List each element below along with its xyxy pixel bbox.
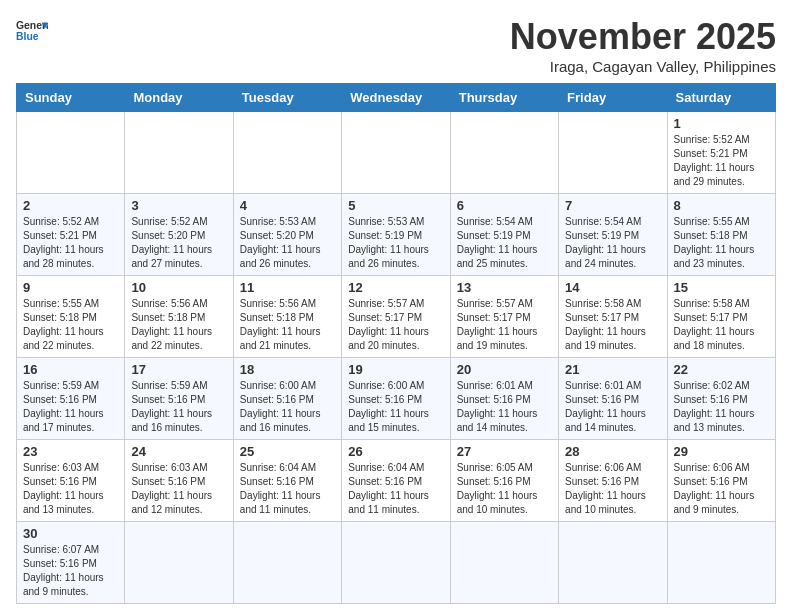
day-number: 18	[240, 362, 335, 377]
calendar-cell: 7Sunrise: 5:54 AMSunset: 5:19 PMDaylight…	[559, 194, 667, 276]
calendar-cell: 24Sunrise: 6:03 AMSunset: 5:16 PMDayligh…	[125, 440, 233, 522]
calendar-cell: 3Sunrise: 5:52 AMSunset: 5:20 PMDaylight…	[125, 194, 233, 276]
column-header-friday: Friday	[559, 84, 667, 112]
cell-content: Sunrise: 6:06 AMSunset: 5:16 PMDaylight:…	[565, 461, 660, 517]
cell-content: Sunrise: 5:54 AMSunset: 5:19 PMDaylight:…	[457, 215, 552, 271]
calendar-cell: 18Sunrise: 6:00 AMSunset: 5:16 PMDayligh…	[233, 358, 341, 440]
calendar-cell: 21Sunrise: 6:01 AMSunset: 5:16 PMDayligh…	[559, 358, 667, 440]
cell-content: Sunrise: 5:55 AMSunset: 5:18 PMDaylight:…	[23, 297, 118, 353]
calendar-cell: 10Sunrise: 5:56 AMSunset: 5:18 PMDayligh…	[125, 276, 233, 358]
day-number: 21	[565, 362, 660, 377]
calendar-week-4: 16Sunrise: 5:59 AMSunset: 5:16 PMDayligh…	[17, 358, 776, 440]
logo: General Blue	[16, 16, 48, 48]
cell-content: Sunrise: 6:07 AMSunset: 5:16 PMDaylight:…	[23, 543, 118, 599]
calendar-cell: 13Sunrise: 5:57 AMSunset: 5:17 PMDayligh…	[450, 276, 558, 358]
day-number: 24	[131, 444, 226, 459]
cell-content: Sunrise: 5:56 AMSunset: 5:18 PMDaylight:…	[240, 297, 335, 353]
cell-content: Sunrise: 5:59 AMSunset: 5:16 PMDaylight:…	[23, 379, 118, 435]
cell-content: Sunrise: 6:05 AMSunset: 5:16 PMDaylight:…	[457, 461, 552, 517]
calendar-cell	[233, 112, 341, 194]
location-title: Iraga, Cagayan Valley, Philippines	[510, 58, 776, 75]
day-number: 7	[565, 198, 660, 213]
calendar-week-5: 23Sunrise: 6:03 AMSunset: 5:16 PMDayligh…	[17, 440, 776, 522]
calendar-cell: 5Sunrise: 5:53 AMSunset: 5:19 PMDaylight…	[342, 194, 450, 276]
calendar-cell: 30Sunrise: 6:07 AMSunset: 5:16 PMDayligh…	[17, 522, 125, 604]
cell-content: Sunrise: 6:06 AMSunset: 5:16 PMDaylight:…	[674, 461, 769, 517]
calendar-cell	[450, 522, 558, 604]
day-number: 17	[131, 362, 226, 377]
day-number: 5	[348, 198, 443, 213]
calendar-cell	[559, 522, 667, 604]
calendar-cell: 1Sunrise: 5:52 AMSunset: 5:21 PMDaylight…	[667, 112, 775, 194]
calendar-table: SundayMondayTuesdayWednesdayThursdayFrid…	[16, 83, 776, 604]
cell-content: Sunrise: 6:00 AMSunset: 5:16 PMDaylight:…	[240, 379, 335, 435]
day-number: 9	[23, 280, 118, 295]
cell-content: Sunrise: 5:52 AMSunset: 5:21 PMDaylight:…	[674, 133, 769, 189]
calendar-cell: 8Sunrise: 5:55 AMSunset: 5:18 PMDaylight…	[667, 194, 775, 276]
calendar-cell	[17, 112, 125, 194]
calendar-cell: 29Sunrise: 6:06 AMSunset: 5:16 PMDayligh…	[667, 440, 775, 522]
calendar-cell	[125, 112, 233, 194]
day-number: 8	[674, 198, 769, 213]
day-number: 3	[131, 198, 226, 213]
cell-content: Sunrise: 6:03 AMSunset: 5:16 PMDaylight:…	[131, 461, 226, 517]
cell-content: Sunrise: 5:57 AMSunset: 5:17 PMDaylight:…	[457, 297, 552, 353]
cell-content: Sunrise: 5:53 AMSunset: 5:20 PMDaylight:…	[240, 215, 335, 271]
cell-content: Sunrise: 5:55 AMSunset: 5:18 PMDaylight:…	[674, 215, 769, 271]
calendar-cell: 2Sunrise: 5:52 AMSunset: 5:21 PMDaylight…	[17, 194, 125, 276]
day-number: 2	[23, 198, 118, 213]
cell-content: Sunrise: 5:58 AMSunset: 5:17 PMDaylight:…	[674, 297, 769, 353]
day-number: 23	[23, 444, 118, 459]
title-area: November 2025 Iraga, Cagayan Valley, Phi…	[510, 16, 776, 75]
calendar-cell: 28Sunrise: 6:06 AMSunset: 5:16 PMDayligh…	[559, 440, 667, 522]
calendar-cell	[233, 522, 341, 604]
calendar-cell: 20Sunrise: 6:01 AMSunset: 5:16 PMDayligh…	[450, 358, 558, 440]
day-number: 19	[348, 362, 443, 377]
cell-content: Sunrise: 6:03 AMSunset: 5:16 PMDaylight:…	[23, 461, 118, 517]
cell-content: Sunrise: 5:57 AMSunset: 5:17 PMDaylight:…	[348, 297, 443, 353]
day-number: 16	[23, 362, 118, 377]
day-number: 14	[565, 280, 660, 295]
cell-content: Sunrise: 5:52 AMSunset: 5:20 PMDaylight:…	[131, 215, 226, 271]
calendar-cell: 25Sunrise: 6:04 AMSunset: 5:16 PMDayligh…	[233, 440, 341, 522]
calendar-cell	[559, 112, 667, 194]
cell-content: Sunrise: 5:59 AMSunset: 5:16 PMDaylight:…	[131, 379, 226, 435]
calendar-cell: 19Sunrise: 6:00 AMSunset: 5:16 PMDayligh…	[342, 358, 450, 440]
column-header-sunday: Sunday	[17, 84, 125, 112]
calendar-cell: 27Sunrise: 6:05 AMSunset: 5:16 PMDayligh…	[450, 440, 558, 522]
day-number: 22	[674, 362, 769, 377]
calendar-cell: 9Sunrise: 5:55 AMSunset: 5:18 PMDaylight…	[17, 276, 125, 358]
cell-content: Sunrise: 5:54 AMSunset: 5:19 PMDaylight:…	[565, 215, 660, 271]
day-number: 25	[240, 444, 335, 459]
column-header-tuesday: Tuesday	[233, 84, 341, 112]
calendar-week-1: 1Sunrise: 5:52 AMSunset: 5:21 PMDaylight…	[17, 112, 776, 194]
day-number: 30	[23, 526, 118, 541]
calendar-cell: 11Sunrise: 5:56 AMSunset: 5:18 PMDayligh…	[233, 276, 341, 358]
calendar-cell: 26Sunrise: 6:04 AMSunset: 5:16 PMDayligh…	[342, 440, 450, 522]
column-header-monday: Monday	[125, 84, 233, 112]
day-number: 27	[457, 444, 552, 459]
generalblue-logo-icon: General Blue	[16, 16, 48, 48]
cell-content: Sunrise: 6:00 AMSunset: 5:16 PMDaylight:…	[348, 379, 443, 435]
day-number: 6	[457, 198, 552, 213]
calendar-cell: 4Sunrise: 5:53 AMSunset: 5:20 PMDaylight…	[233, 194, 341, 276]
day-number: 1	[674, 116, 769, 131]
column-header-saturday: Saturday	[667, 84, 775, 112]
calendar-cell: 16Sunrise: 5:59 AMSunset: 5:16 PMDayligh…	[17, 358, 125, 440]
header: General Blue November 2025 Iraga, Cagaya…	[16, 16, 776, 75]
calendar-cell: 22Sunrise: 6:02 AMSunset: 5:16 PMDayligh…	[667, 358, 775, 440]
cell-content: Sunrise: 6:04 AMSunset: 5:16 PMDaylight:…	[348, 461, 443, 517]
calendar-week-6: 30Sunrise: 6:07 AMSunset: 5:16 PMDayligh…	[17, 522, 776, 604]
day-number: 10	[131, 280, 226, 295]
cell-content: Sunrise: 6:01 AMSunset: 5:16 PMDaylight:…	[565, 379, 660, 435]
day-number: 28	[565, 444, 660, 459]
calendar-cell: 15Sunrise: 5:58 AMSunset: 5:17 PMDayligh…	[667, 276, 775, 358]
calendar-cell	[667, 522, 775, 604]
calendar-cell	[342, 522, 450, 604]
day-number: 20	[457, 362, 552, 377]
cell-content: Sunrise: 6:04 AMSunset: 5:16 PMDaylight:…	[240, 461, 335, 517]
header-row: SundayMondayTuesdayWednesdayThursdayFrid…	[17, 84, 776, 112]
cell-content: Sunrise: 6:02 AMSunset: 5:16 PMDaylight:…	[674, 379, 769, 435]
calendar-cell: 14Sunrise: 5:58 AMSunset: 5:17 PMDayligh…	[559, 276, 667, 358]
cell-content: Sunrise: 5:56 AMSunset: 5:18 PMDaylight:…	[131, 297, 226, 353]
